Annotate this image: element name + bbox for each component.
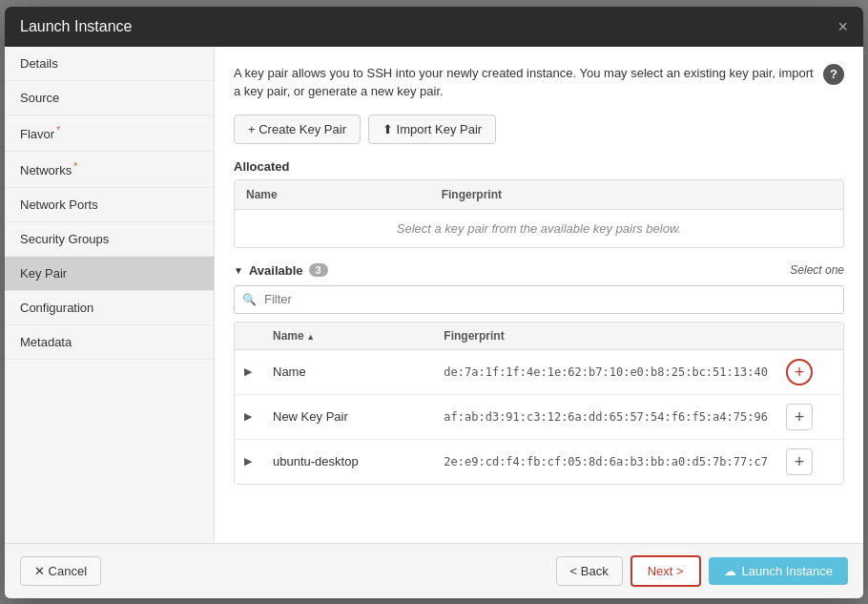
allocated-name-col: Name: [246, 188, 442, 201]
sidebar-item-configuration[interactable]: Configuration: [5, 291, 214, 325]
table-row: ▶ubuntu-desktop2e:e9:cd:f4:fb:cf:05:8d:6…: [235, 440, 843, 484]
cloud-icon: ☁: [724, 564, 736, 578]
add-key-pair-button[interactable]: +: [786, 359, 813, 385]
allocated-table-header: Name Fingerprint: [235, 180, 843, 210]
available-action-col: [786, 329, 834, 343]
row-name: Name: [273, 364, 444, 379]
row-expand-icon[interactable]: ▶: [244, 410, 273, 423]
row-name: New Key Pair: [273, 409, 444, 424]
row-fingerprint: af:ab:d3:91:c3:12:6a:dd:65:57:54:f6:f5:a…: [444, 410, 786, 424]
footer-right: < Back Next > ☁ Launch Instance: [556, 555, 848, 587]
allocated-table: Name Fingerprint Select a key pair from …: [234, 179, 844, 248]
import-key-pair-button[interactable]: ⬆ Import Key Pair: [368, 115, 496, 144]
sidebar-item-metadata[interactable]: Metadata: [5, 325, 214, 360]
modal-header: Launch Instance ×: [5, 7, 863, 47]
next-button[interactable]: Next >: [630, 555, 701, 587]
available-header: ▼ Available 3 Select one: [234, 263, 844, 278]
available-title-text: Available: [249, 263, 303, 278]
sidebar-item-details[interactable]: Details: [5, 47, 214, 81]
filter-row: 🔍: [234, 285, 844, 314]
description-content: A key pair allows you to SSH into your n…: [234, 66, 814, 99]
sidebar-item-security-groups[interactable]: Security Groups: [5, 222, 214, 257]
content-area: A key pair allows you to SSH into your n…: [215, 47, 863, 543]
available-table-header: Name Fingerprint: [235, 323, 843, 350]
row-name: ubuntu-desktop: [273, 454, 444, 469]
available-table: Name Fingerprint ▶Namede:7a:1f:1f:4e:1e:…: [234, 322, 844, 485]
available-expand-col: [244, 329, 273, 343]
action-buttons: + Create Key Pair ⬆ Import Key Pair: [234, 115, 844, 144]
sidebar-item-networks[interactable]: Networks*: [5, 152, 214, 188]
add-key-pair-button[interactable]: +: [786, 448, 813, 475]
row-expand-icon[interactable]: ▶: [244, 365, 273, 378]
available-chevron-icon: ▼: [234, 265, 243, 276]
sidebar-item-flavor[interactable]: Flavor*: [5, 115, 214, 152]
cancel-button[interactable]: ✕ Cancel: [20, 556, 101, 586]
allocated-empty-message: Select a key pair from the available key…: [235, 210, 843, 247]
row-fingerprint: 2e:e9:cd:f4:fb:cf:05:8d:6a:b3:bb:a0:d5:7…: [444, 455, 786, 469]
help-icon[interactable]: ?: [823, 64, 844, 85]
available-rows: ▶Namede:7a:1f:1f:4e:1e:62:b7:10:e0:b8:25…: [235, 350, 843, 484]
table-row: ▶New Key Pairaf:ab:d3:91:c3:12:6a:dd:65:…: [235, 395, 843, 440]
modal-footer: ✕ Cancel < Back Next > ☁ Launch Instance: [5, 543, 863, 598]
table-row: ▶Namede:7a:1f:1f:4e:1e:62:b7:10:e0:b8:25…: [235, 350, 843, 395]
row-expand-icon[interactable]: ▶: [244, 455, 273, 468]
sidebar: DetailsSourceFlavor*Networks*Network Por…: [5, 47, 215, 543]
description-text: A key pair allows you to SSH into your n…: [234, 64, 844, 101]
available-count-badge: 3: [309, 263, 328, 277]
launch-instance-modal: Launch Instance × DetailsSourceFlavor*Ne…: [5, 7, 863, 598]
available-section: ▼ Available 3 Select one 🔍 Name: [234, 263, 844, 485]
allocated-fingerprint-col: Fingerprint: [442, 188, 832, 201]
close-button[interactable]: ×: [837, 18, 848, 35]
sidebar-item-key-pair[interactable]: Key Pair: [5, 257, 214, 291]
launch-label: Launch Instance: [742, 564, 833, 578]
select-one-label: Select one: [790, 263, 844, 277]
filter-input[interactable]: [264, 286, 843, 312]
content-inner: A key pair allows you to SSH into your n…: [215, 47, 863, 543]
footer-left: ✕ Cancel: [20, 556, 101, 586]
available-name-col: Name: [273, 329, 444, 343]
sidebar-item-source[interactable]: Source: [5, 81, 214, 115]
back-button[interactable]: < Back: [556, 556, 623, 586]
sidebar-item-network-ports[interactable]: Network Ports: [5, 188, 214, 222]
available-fingerprint-col: Fingerprint: [444, 329, 786, 343]
modal-body: DetailsSourceFlavor*Networks*Network Por…: [5, 47, 863, 543]
available-title: ▼ Available 3: [234, 263, 328, 278]
add-key-pair-button[interactable]: +: [786, 404, 813, 430]
launch-instance-button[interactable]: ☁ Launch Instance: [709, 557, 848, 585]
search-icon: 🔍: [235, 286, 264, 313]
modal-title: Launch Instance: [20, 18, 132, 35]
allocated-title: Allocated: [234, 159, 844, 174]
create-key-pair-button[interactable]: + Create Key Pair: [234, 115, 361, 144]
row-fingerprint: de:7a:1f:1f:4e:1e:62:b7:10:e0:b8:25:bc:5…: [444, 365, 786, 379]
